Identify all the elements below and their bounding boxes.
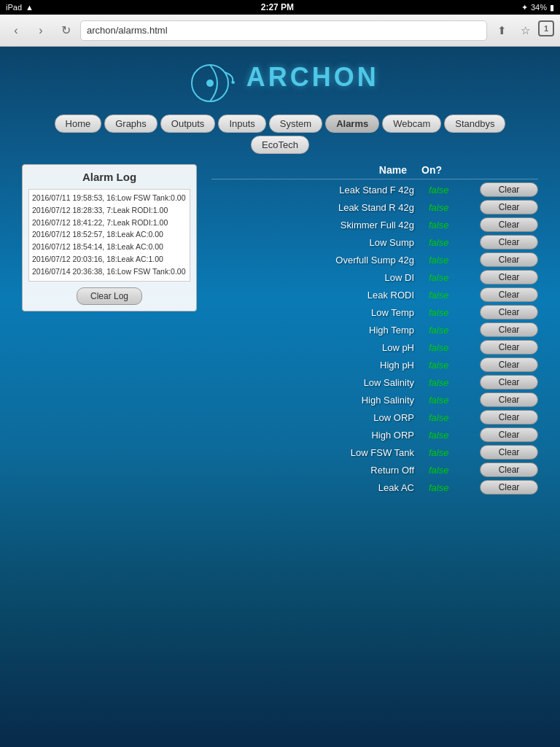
alarm-name: Low Salinity bbox=[211, 377, 429, 388]
log-entry: 2016/07/12 20:03:16, 18:Leak AC:1.00 bbox=[32, 254, 187, 266]
alarm-clear-button[interactable]: Clear bbox=[480, 322, 538, 337]
alarm-clear-button[interactable]: Clear bbox=[480, 200, 538, 214]
alarm-row: Low ORPfalseClear bbox=[211, 409, 538, 426]
alarm-name: Low Temp bbox=[211, 307, 429, 318]
clear-log-button[interactable]: Clear Log bbox=[77, 287, 142, 305]
alarm-clear-button[interactable]: Clear bbox=[480, 427, 538, 442]
alarm-status: false bbox=[429, 395, 480, 406]
alarm-clear-button[interactable]: Clear bbox=[480, 340, 538, 355]
time-display: 2:27 PM bbox=[261, 2, 294, 12]
bookmark-button[interactable]: ☆ bbox=[515, 20, 535, 41]
battery-label: 34% bbox=[531, 3, 547, 12]
alarm-row: Low DIfalseClear bbox=[211, 268, 538, 286]
alarm-name: High ORP bbox=[211, 430, 429, 441]
alarm-name: Return Off bbox=[211, 465, 429, 476]
alarm-clear-button[interactable]: Clear bbox=[480, 392, 538, 407]
alarm-status: false bbox=[429, 255, 480, 266]
alarm-status: false bbox=[429, 237, 480, 248]
alarm-clear-button[interactable]: Clear bbox=[480, 217, 538, 232]
nav-ecotech[interactable]: EcoTech bbox=[251, 136, 309, 154]
alarm-status: false bbox=[429, 185, 480, 196]
alarm-name: Skimmer Full 42g bbox=[211, 220, 429, 231]
forward-button[interactable]: › bbox=[31, 20, 51, 41]
alarm-clear-button[interactable]: Clear bbox=[480, 305, 538, 320]
alarm-row: High pHfalseClear bbox=[211, 356, 538, 374]
alarm-status: false bbox=[429, 307, 480, 318]
browser-chrome: ‹ › ↻ archon/alarms.html ⬆ ☆ 1 bbox=[0, 15, 560, 47]
alarm-row: Low pHfalseClear bbox=[211, 338, 538, 356]
alarm-log-entries: 2016/07/11 19:58:53, 16:Low FSW Tank:0.0… bbox=[28, 189, 190, 282]
nav-standbys[interactable]: Standbys bbox=[444, 115, 505, 133]
alarm-clear-button[interactable]: Clear bbox=[480, 357, 538, 372]
alarm-row: High TempfalseClear bbox=[211, 321, 538, 338]
alarm-name: High Temp bbox=[211, 325, 429, 336]
alarm-clear-button[interactable]: Clear bbox=[480, 235, 538, 249]
share-button[interactable]: ⬆ bbox=[491, 20, 512, 41]
log-entry: 2016/07/14 20:36:38, 16:Low FSW Tank:0.0… bbox=[32, 266, 187, 278]
alarm-status: false bbox=[429, 412, 480, 423]
battery-icon: ▮ bbox=[550, 3, 554, 12]
alarm-status: false bbox=[429, 220, 480, 231]
alarm-row: Leak RODIfalseClear bbox=[211, 286, 538, 303]
tab-count[interactable]: 1 bbox=[538, 20, 554, 36]
nav-row2: EcoTech bbox=[0, 136, 560, 154]
alarm-rows-container: Leak Stand F 42gfalseClearLeak Stand R 4… bbox=[211, 181, 538, 496]
status-right: ✦ 34% ▮ bbox=[521, 3, 554, 12]
browser-actions: ⬆ ☆ 1 bbox=[491, 20, 554, 41]
logo-area: ARCHON bbox=[0, 54, 560, 109]
nav-system[interactable]: System bbox=[269, 115, 322, 133]
log-entry: 2016/07/12 18:54:14, 18:Leak AC:0.00 bbox=[32, 241, 187, 253]
nav-alarms[interactable]: Alarms bbox=[325, 115, 379, 133]
alarm-clear-button[interactable]: Clear bbox=[480, 462, 538, 477]
alarm-clear-button[interactable]: Clear bbox=[480, 410, 538, 425]
alarm-clear-button[interactable]: Clear bbox=[480, 445, 538, 460]
log-entry: 2016/07/12 18:41:22, 7:Leak RODI:1.00 bbox=[32, 217, 187, 229]
back-button[interactable]: ‹ bbox=[6, 20, 26, 41]
alarm-status: false bbox=[429, 202, 480, 213]
nav-graphs[interactable]: Graphs bbox=[104, 115, 158, 133]
alarm-name: Low Sump bbox=[211, 237, 429, 248]
alarm-row: Leak ACfalseClear bbox=[211, 479, 538, 496]
svg-point-1 bbox=[206, 80, 214, 87]
alarm-row: Low SalinityfalseClear bbox=[211, 374, 538, 391]
alarm-name: Leak RODI bbox=[211, 290, 429, 301]
alarm-row: Skimmer Full 42gfalseClear bbox=[211, 216, 538, 233]
alarm-clear-button[interactable]: Clear bbox=[480, 252, 538, 267]
nav-inputs[interactable]: Inputs bbox=[218, 115, 265, 133]
alarm-status: false bbox=[429, 482, 480, 493]
main-layout: Alarm Log 2016/07/11 19:58:53, 16:Low FS… bbox=[0, 157, 560, 503]
alarms-table: Name On? Leak Stand F 42gfalseClearLeak … bbox=[211, 164, 538, 496]
alarm-row: Low FSW TankfalseClear bbox=[211, 444, 538, 461]
nav-outputs[interactable]: Outputs bbox=[160, 115, 216, 133]
logo-icon bbox=[181, 61, 239, 105]
nav-home[interactable]: Home bbox=[55, 115, 102, 133]
alarm-row: Overfull Sump 42gfalseClear bbox=[211, 251, 538, 268]
address-bar[interactable]: archon/alarms.html bbox=[80, 20, 487, 41]
alarm-clear-button[interactable]: Clear bbox=[480, 375, 538, 390]
alarm-name: High pH bbox=[211, 360, 429, 371]
nav-webcam[interactable]: Webcam bbox=[382, 115, 441, 133]
alarms-header: Name On? bbox=[211, 164, 538, 179]
alarm-clear-button[interactable]: Clear bbox=[480, 270, 538, 285]
alarm-row: Low SumpfalseClear bbox=[211, 233, 538, 251]
header-name: Name bbox=[211, 164, 421, 176]
alarm-name: Overfull Sump 42g bbox=[211, 255, 429, 266]
nav-row1: Home Graphs Outputs Inputs System Alarms… bbox=[55, 115, 506, 133]
page-content: ARCHON Home Graphs Outputs Inputs System… bbox=[0, 47, 560, 525]
alarm-row: High ORPfalseClear bbox=[211, 426, 538, 444]
refresh-button[interactable]: ↻ bbox=[55, 20, 76, 41]
alarm-clear-button[interactable]: Clear bbox=[480, 182, 538, 197]
alarm-status: false bbox=[429, 465, 480, 476]
alarm-clear-button[interactable]: Clear bbox=[480, 287, 538, 302]
header-action bbox=[480, 164, 538, 176]
alarm-name: High Salinity bbox=[211, 395, 429, 406]
url-text: archon/alarms.html bbox=[87, 25, 168, 36]
alarm-name: Leak Stand F 42g bbox=[211, 185, 429, 196]
alarm-status: false bbox=[429, 342, 480, 353]
alarm-name: Low FSW Tank bbox=[211, 447, 429, 458]
alarm-status: false bbox=[429, 272, 480, 283]
alarm-row: High SalinityfalseClear bbox=[211, 391, 538, 409]
alarm-clear-button[interactable]: Clear bbox=[480, 480, 538, 495]
alarm-status: false bbox=[429, 290, 480, 301]
alarm-log-title: Alarm Log bbox=[28, 171, 190, 183]
